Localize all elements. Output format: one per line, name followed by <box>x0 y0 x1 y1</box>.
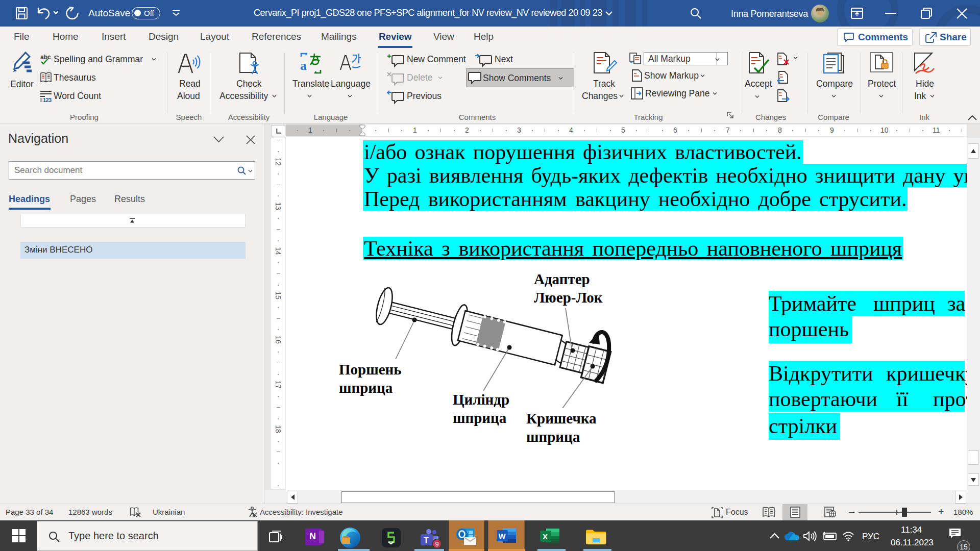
svg-text:W: W <box>499 532 506 540</box>
svg-text:123: 123 <box>43 97 52 103</box>
svg-text:abc: abc <box>40 54 51 61</box>
svg-text:T: T <box>424 536 429 545</box>
svg-text:a: a <box>300 58 307 73</box>
svg-text:X: X <box>543 532 548 541</box>
